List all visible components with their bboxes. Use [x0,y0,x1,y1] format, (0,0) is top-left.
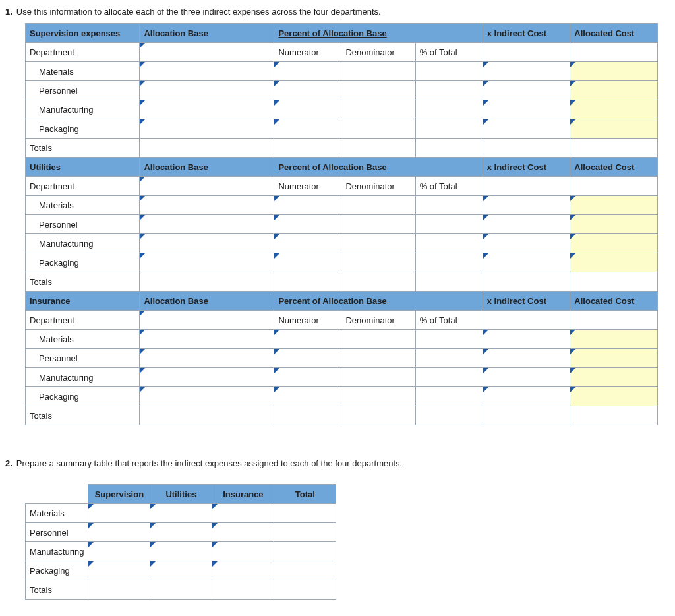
summary-cell[interactable] [88,561,150,580]
numerator-input[interactable] [274,119,341,139]
totals-denominator [341,139,415,158]
alloc-base-input[interactable] [140,253,274,272]
alloc-base-input[interactable] [140,368,274,387]
summary-cell [88,580,150,600]
allocation-table: Supervision expensesAllocation BasePerce… [25,23,658,425]
allocated-cost-output[interactable] [570,81,658,100]
indirect-cost-input[interactable] [483,100,570,119]
totals-pct [415,272,483,292]
allocated-cost-output[interactable] [570,234,658,253]
allocated-blank [570,43,658,62]
section-title: Utilities [26,158,140,177]
denominator-input[interactable] [341,62,415,81]
indirect-cost-input[interactable] [483,253,570,272]
alloc-base-input[interactable] [140,43,274,62]
allocated-cost-output[interactable] [570,196,658,215]
allocated-cost-header: Allocated Cost [570,158,658,177]
numerator-input[interactable] [274,196,341,215]
numerator-input[interactable] [274,234,341,253]
denominator-input[interactable] [341,234,415,253]
numerator-input[interactable] [274,215,341,234]
indirect-cost-input[interactable] [483,234,570,253]
allocated-blank [570,311,658,330]
pct-total-input[interactable] [415,100,483,119]
denominator-input[interactable] [341,215,415,234]
alloc-base-input[interactable] [140,387,274,406]
pct-total-input[interactable] [415,196,483,215]
indirect-cost-input[interactable] [483,330,570,349]
summary-cell[interactable] [88,542,150,561]
indirect-cost-input[interactable] [483,387,570,406]
denominator-input[interactable] [341,119,415,139]
indirect-cost-input[interactable] [483,81,570,100]
summary-cell[interactable] [212,504,274,523]
allocated-cost-output[interactable] [570,330,658,349]
denominator-input[interactable] [341,100,415,119]
indirect-cost-input[interactable] [483,119,570,139]
summary-cell[interactable] [150,523,212,542]
numerator-input[interactable] [274,368,341,387]
numerator-input[interactable] [274,81,341,100]
denominator-input[interactable] [341,368,415,387]
pct-total-input[interactable] [415,215,483,234]
summary-cell[interactable] [88,523,150,542]
pct-total-input[interactable] [415,253,483,272]
numerator-input[interactable] [274,62,341,81]
pct-total-input[interactable] [415,387,483,406]
denominator-input[interactable] [341,349,415,368]
alloc-base-input[interactable] [140,234,274,253]
indirect-cost-input[interactable] [483,349,570,368]
pct-total-input[interactable] [415,349,483,368]
alloc-base-input[interactable] [140,330,274,349]
indirect-cost-input[interactable] [483,215,570,234]
alloc-base-input[interactable] [140,62,274,81]
alloc-base-input[interactable] [140,196,274,215]
alloc-base-input[interactable] [140,100,274,119]
indirect-cost-input[interactable] [483,196,570,215]
pct-total-input[interactable] [415,81,483,100]
alloc-base-input[interactable] [140,215,274,234]
summary-cell[interactable] [212,542,274,561]
totals-denominator [341,272,415,292]
alloc-base-input[interactable] [140,119,274,139]
allocated-cost-output[interactable] [570,368,658,387]
allocated-cost-output[interactable] [570,62,658,81]
denominator-input[interactable] [341,387,415,406]
summary-cell[interactable] [88,504,150,523]
alloc-base-input[interactable] [140,81,274,100]
alloc-base-input[interactable] [140,177,274,196]
numerator-input[interactable] [274,349,341,368]
denominator-input[interactable] [341,330,415,349]
pct-total-input[interactable] [415,330,483,349]
summary-row-label: Totals [26,580,88,600]
allocated-cost-output[interactable] [570,349,658,368]
totals-blank [140,406,274,425]
allocated-cost-output[interactable] [570,119,658,139]
allocated-cost-output[interactable] [570,100,658,119]
allocated-cost-output[interactable] [570,253,658,272]
totals-allocated [570,406,658,425]
pct-total-input[interactable] [415,234,483,253]
summary-cell[interactable] [212,561,274,580]
numerator-input[interactable] [274,100,341,119]
numerator-input[interactable] [274,387,341,406]
allocated-cost-output[interactable] [570,215,658,234]
pct-total-input[interactable] [415,62,483,81]
pct-total-input[interactable] [415,119,483,139]
indirect-cost-input[interactable] [483,368,570,387]
summary-cell[interactable] [150,504,212,523]
denominator-input[interactable] [341,253,415,272]
indirect-cost-input[interactable] [483,62,570,81]
denominator-input[interactable] [341,196,415,215]
alloc-base-input[interactable] [140,349,274,368]
alloc-base-input[interactable] [140,311,274,330]
numerator-input[interactable] [274,330,341,349]
pct-total-input[interactable] [415,368,483,387]
summary-cell[interactable] [212,523,274,542]
summary-cell[interactable] [150,542,212,561]
denominator-input[interactable] [341,81,415,100]
allocated-cost-output[interactable] [570,387,658,406]
summary-cell[interactable] [150,561,212,580]
numerator-input[interactable] [274,253,341,272]
indirect-cost-header: x Indirect Cost [483,24,570,43]
